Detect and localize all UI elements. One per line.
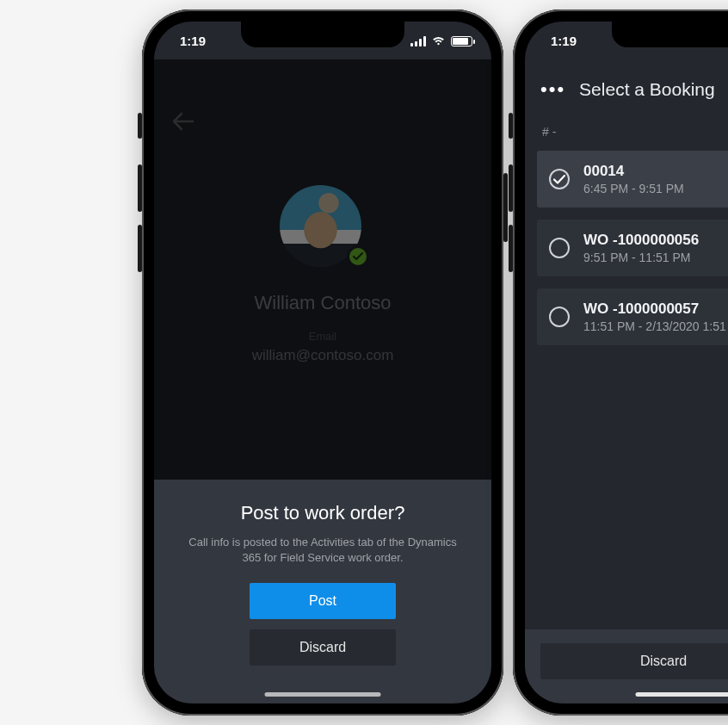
booking-item-sub: 6:45 PM - 9:51 PM [583, 182, 684, 195]
section-label: # - [542, 125, 556, 139]
booking-title: Select a Booking [579, 79, 715, 100]
phone-right: ••• Select a Booking # - 000146:45 PM - … [513, 9, 728, 716]
booking-item-title: WO -1000000057 [583, 301, 728, 318]
battery-icon [451, 36, 472, 46]
discard-button-right[interactable]: Discard [540, 643, 728, 679]
booking-item[interactable]: WO -100000005711:51 PM - 2/13/2020 1:51 … [537, 288, 728, 345]
booking-item[interactable]: WO -10000000569:51 PM - 11:51 PM [537, 220, 728, 276]
phone-left: William Contoso Email william@contoso.co… [142, 9, 503, 716]
booking-item-title: 00014 [583, 163, 684, 180]
post-sheet: Post to work order? Call info is posted … [154, 480, 491, 703]
screen-select-booking: ••• Select a Booking # - 000146:45 PM - … [525, 22, 728, 703]
home-indicator [265, 692, 381, 697]
more-icon[interactable]: ••• [540, 80, 565, 99]
home-indicator [636, 692, 729, 697]
wifi-icon [431, 34, 446, 48]
booking-item-title: WO -1000000056 [583, 232, 699, 249]
status-time: 1:19 [180, 34, 206, 48]
booking-item-sub: 9:51 PM - 11:51 PM [583, 251, 699, 264]
post-button[interactable]: Post [250, 583, 396, 619]
discard-button[interactable]: Discard [250, 629, 396, 666]
sheet-title: Post to work order? [173, 502, 472, 524]
booking-item-sub: 11:51 PM - 2/13/2020 1:51 AM [583, 319, 728, 333]
radio-icon [549, 238, 570, 258]
radio-icon [549, 307, 570, 327]
booking-list: 000146:45 PM - 9:51 PMWO -10000000569:51… [537, 151, 728, 357]
radio-selected-icon [549, 169, 570, 189]
booking-header: ••• Select a Booking [525, 68, 728, 111]
sheet-body: Call info is posted to the Activities ta… [182, 535, 464, 566]
screen-post-prompt: William Contoso Email william@contoso.co… [154, 22, 491, 703]
status-time: 1:19 [551, 34, 577, 48]
cellular-icon [410, 36, 426, 46]
booking-item[interactable]: 000146:45 PM - 9:51 PM [537, 151, 728, 208]
